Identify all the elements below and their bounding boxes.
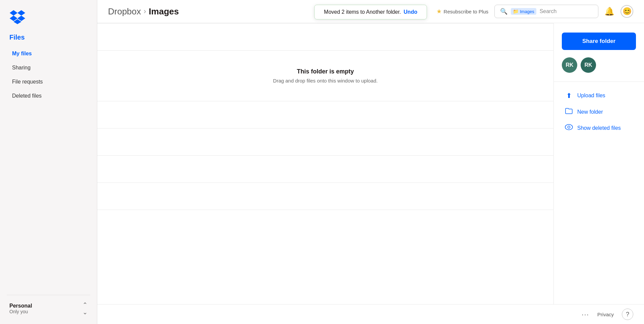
show-deleted-label: Show deleted files (577, 125, 621, 131)
action-list: ⬆ Upload files New folder (562, 88, 636, 136)
file-list-divider-1 (97, 23, 553, 23)
help-button[interactable]: ? (622, 309, 633, 320)
file-list-divider-7 (97, 210, 553, 210)
collaborators-list: RK RK (562, 56, 636, 75)
toast-notification: Moved 2 items to Another folder. Undo (314, 5, 427, 19)
sidebar-footer-subtitle: Only you (9, 309, 32, 314)
breadcrumb-root[interactable]: Dropbox (108, 6, 141, 17)
svg-point-0 (565, 124, 573, 130)
empty-state-title: This folder is empty (97, 68, 553, 75)
sidebar-footer-info: Personal Only you (9, 303, 32, 314)
search-placeholder: Search (540, 8, 593, 14)
empty-state-subtitle: Drag and drop files onto this window to … (97, 78, 553, 84)
empty-state: This folder is empty Drag and drop files… (97, 51, 553, 101)
search-bar[interactable]: 🔍 📁 Images Search (494, 5, 598, 18)
upload-files-action[interactable]: ⬆ Upload files (562, 88, 636, 103)
toast-content: Moved 2 items to Another folder. Undo (314, 5, 427, 19)
new-folder-label: New folder (577, 109, 603, 115)
collaborator-avatar-2[interactable]: RK (581, 57, 596, 73)
share-folder-button[interactable]: Share folder (562, 33, 636, 50)
sidebar-item-my-files[interactable]: My files (3, 47, 94, 61)
show-deleted-action[interactable]: Show deleted files (562, 120, 636, 136)
sidebar-section-label: Files (0, 31, 97, 47)
sidebar-item-deleted-files[interactable]: Deleted files (3, 89, 94, 103)
bottom-bar: ··· Privacy ? (97, 304, 644, 324)
file-list: This folder is empty Drag and drop files… (97, 23, 553, 304)
star-icon: ★ (436, 8, 442, 15)
privacy-link[interactable]: Privacy (597, 312, 614, 317)
right-panel-divider (554, 82, 644, 82)
eye-icon (565, 124, 573, 132)
upload-files-label: Upload files (577, 93, 605, 99)
toast-message: Moved 2 items to Another folder. (324, 9, 401, 15)
folder-badge-icon: 📁 (513, 9, 519, 14)
search-icon: 🔍 (500, 8, 507, 15)
sidebar-footer-chevron-icon[interactable]: ⌃⌄ (83, 301, 88, 316)
collaborator-avatar-1[interactable]: RK (562, 57, 577, 73)
notification-bell-icon[interactable]: 🔔 (604, 7, 614, 16)
sidebar-item-sharing[interactable]: Sharing (3, 61, 94, 75)
main-area: Moved 2 items to Another folder. Undo Dr… (97, 0, 644, 324)
sidebar: Files My files Sharing File requests Del… (0, 0, 97, 324)
topbar-right: ★ Resubscribe to Plus 🔍 📁 Images Search … (436, 5, 633, 18)
breadcrumb-separator: › (144, 7, 146, 16)
new-folder-icon (565, 108, 573, 116)
toast-undo-button[interactable]: Undo (404, 9, 417, 15)
content-area: This folder is empty Drag and drop files… (97, 23, 644, 304)
file-list-divider-3 (97, 101, 553, 101)
right-panel: Share folder RK RK ⬆ Upload files (553, 23, 644, 304)
sidebar-item-file-requests[interactable]: File requests (3, 75, 94, 89)
svg-point-1 (568, 126, 570, 128)
file-list-divider-5 (97, 155, 553, 156)
sidebar-footer-title: Personal (9, 303, 32, 309)
more-options-icon[interactable]: ··· (582, 311, 589, 318)
sidebar-nav: My files Sharing File requests Deleted f… (0, 47, 97, 103)
topbar: Moved 2 items to Another folder. Undo Dr… (97, 0, 644, 23)
file-list-divider-4 (97, 128, 553, 128)
search-folder-badge: 📁 Images (511, 8, 536, 15)
collaborator-2-initials: RK (584, 62, 592, 68)
search-folder-label: Images (520, 9, 534, 14)
sidebar-logo-area (0, 0, 97, 31)
collaborator-1-initials: RK (566, 62, 573, 68)
new-folder-action[interactable]: New folder (562, 104, 636, 120)
resubscribe-label: Resubscribe to Plus (444, 9, 488, 14)
file-list-divider-6 (97, 182, 553, 183)
user-avatar[interactable]: 😊 (621, 5, 633, 18)
upload-icon: ⬆ (565, 92, 573, 100)
breadcrumb: Dropbox › Images (108, 6, 179, 17)
breadcrumb-current: Images (149, 6, 179, 17)
resubscribe-button[interactable]: ★ Resubscribe to Plus (436, 8, 488, 15)
sidebar-footer: Personal Only you ⌃⌄ (0, 295, 97, 324)
dropbox-logo-icon (9, 9, 25, 24)
